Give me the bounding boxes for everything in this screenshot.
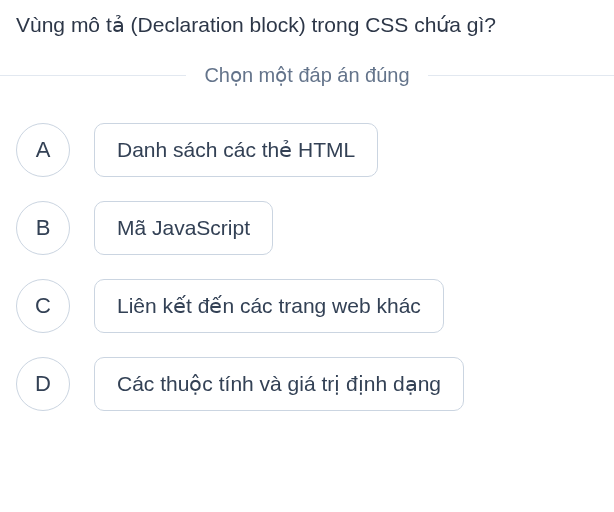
- option-text-d: Các thuộc tính và giá trị định dạng: [94, 357, 464, 411]
- option-d[interactable]: D Các thuộc tính và giá trị định dạng: [16, 357, 598, 411]
- option-text-b: Mã JavaScript: [94, 201, 273, 255]
- option-letter-d: D: [16, 357, 70, 411]
- option-c[interactable]: C Liên kết đến các trang web khác: [16, 279, 598, 333]
- option-text-a: Danh sách các thẻ HTML: [94, 123, 378, 177]
- divider-right: [428, 75, 614, 76]
- option-letter-c: C: [16, 279, 70, 333]
- option-letter-a: A: [16, 123, 70, 177]
- option-a[interactable]: A Danh sách các thẻ HTML: [16, 123, 598, 177]
- option-b[interactable]: B Mã JavaScript: [16, 201, 598, 255]
- instruction-text: Chọn một đáp án đúng: [186, 63, 427, 87]
- question-text: Vùng mô tả (Declaration block) trong CSS…: [0, 0, 614, 63]
- instruction-divider: Chọn một đáp án đúng: [0, 63, 614, 87]
- option-letter-b: B: [16, 201, 70, 255]
- option-text-c: Liên kết đến các trang web khác: [94, 279, 444, 333]
- options-list: A Danh sách các thẻ HTML B Mã JavaScript…: [0, 123, 614, 411]
- divider-left: [0, 75, 186, 76]
